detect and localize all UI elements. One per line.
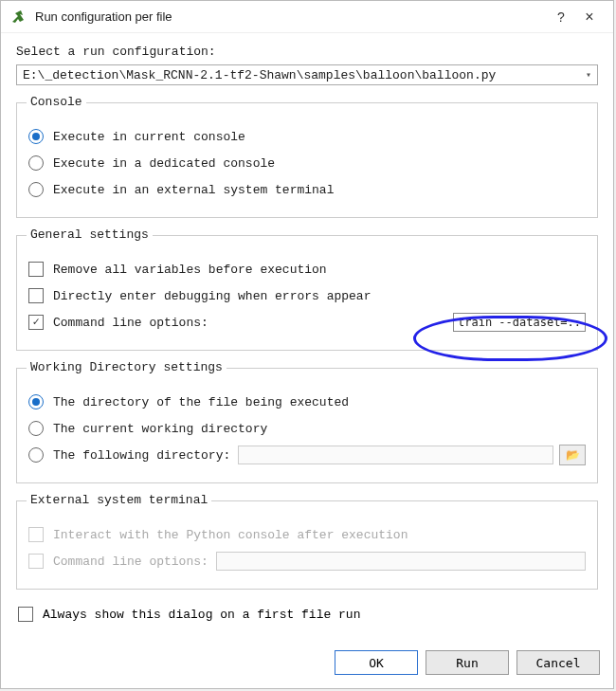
radio-row[interactable]: Execute in an external system terminal — [28, 179, 586, 200]
radio-following-dir[interactable] — [28, 447, 44, 463]
radio-label: Execute in an external system terminal — [53, 183, 334, 197]
ext-cli-input — [216, 552, 586, 571]
help-button[interactable]: ? — [547, 9, 575, 25]
window-title: Run configuration per file — [35, 9, 547, 24]
workdir-legend: Working Directory settings — [27, 360, 226, 374]
radio-dedicated-console[interactable] — [28, 155, 44, 171]
config-file-value: E:\_detection\Mask_RCNN-2.1-tf2-Shawn\sa… — [23, 68, 496, 82]
radio-label: The following directory: — [53, 448, 230, 463]
radio-row[interactable]: Execute in current console — [28, 126, 586, 147]
check-remove-vars[interactable] — [28, 262, 44, 277]
check-cli-options[interactable] — [28, 315, 44, 330]
check-debug-on-error[interactable] — [28, 288, 44, 303]
check-label: Command line options: — [53, 555, 208, 569]
radio-row[interactable]: The current working directory — [28, 418, 586, 439]
check-row[interactable]: Remove all variables before execution — [28, 259, 586, 280]
radio-label: Execute in current console — [53, 130, 245, 144]
button-bar: OK Run Cancel — [335, 650, 600, 675]
console-group: Console Execute in current console Execu… — [16, 102, 598, 218]
select-config-label: Select a run configuration: — [16, 45, 598, 59]
radio-label: Execute in a dedicated console — [53, 156, 275, 171]
check-row[interactable]: Always show this dialog on a first file … — [18, 607, 598, 622]
following-dir-input[interactable] — [238, 446, 553, 464]
radio-row[interactable]: The following directory: 📂 — [28, 445, 586, 465]
check-always-show[interactable] — [18, 607, 33, 622]
check-label: Interact with the Python console after e… — [53, 528, 408, 542]
config-file-combo[interactable]: E:\_detection\Mask_RCNN-2.1-tf2-Shawn\sa… — [16, 64, 598, 85]
radio-row[interactable]: The directory of the file being executed — [28, 391, 586, 412]
radio-label: The directory of the file being executed — [53, 395, 349, 409]
run-button[interactable]: Run — [426, 650, 509, 675]
ok-button[interactable]: OK — [335, 650, 418, 675]
check-row: Interact with the Python console after e… — [28, 524, 586, 545]
cli-options-input[interactable] — [453, 313, 586, 332]
workdir-group: Working Directory settings The directory… — [16, 368, 598, 483]
check-row: Command line options: — [28, 551, 586, 572]
check-row[interactable]: Directly enter debugging when errors app… — [28, 285, 586, 306]
external-group: External system terminal Interact with t… — [16, 500, 598, 590]
radio-current-console[interactable] — [28, 129, 44, 144]
external-legend: External system terminal — [27, 493, 211, 507]
check-label: Remove all variables before execution — [53, 263, 327, 277]
check-row[interactable]: Command line options: — [28, 312, 586, 333]
check-interact-console — [28, 527, 44, 542]
general-legend: General settings — [27, 227, 153, 242]
radio-label: The current working directory — [53, 422, 267, 436]
general-group: General settings Remove all variables be… — [16, 235, 598, 351]
radio-file-dir[interactable] — [28, 394, 44, 409]
check-ext-cli — [28, 554, 44, 569]
chevron-down-icon: ▾ — [586, 69, 591, 81]
radio-cwd[interactable] — [28, 421, 44, 436]
dialog: Run configuration per file ? × Select a … — [0, 0, 614, 689]
cancel-button[interactable]: Cancel — [516, 650, 600, 675]
console-legend: Console — [27, 95, 86, 109]
check-label: Always show this dialog on a first file … — [43, 608, 360, 622]
app-icon — [10, 9, 27, 26]
radio-external-terminal[interactable] — [28, 182, 44, 197]
content: Select a run configuration: E:\_detectio… — [1, 33, 613, 622]
folder-icon: 📂 — [566, 448, 580, 463]
check-label: Directly enter debugging when errors app… — [53, 289, 371, 303]
check-label: Command line options: — [53, 316, 208, 330]
close-button[interactable]: × — [575, 9, 604, 26]
browse-folder-button[interactable]: 📂 — [559, 445, 586, 465]
titlebar: Run configuration per file ? × — [1, 1, 613, 33]
radio-row[interactable]: Execute in a dedicated console — [28, 153, 586, 173]
